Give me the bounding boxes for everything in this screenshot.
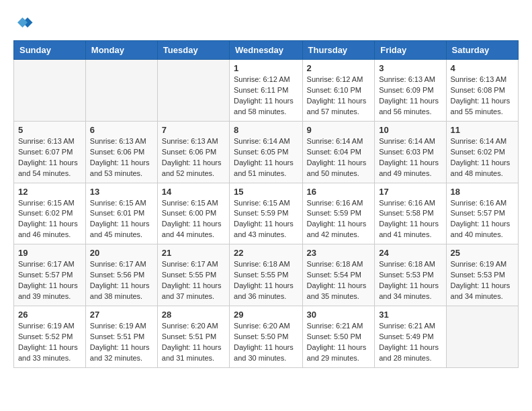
calendar-cell: 5Sunrise: 6:13 AMSunset: 6:07 PMDaylight… [14, 121, 86, 183]
day-info: Sunrise: 6:19 AMSunset: 5:53 PMDaylight:… [451, 259, 514, 302]
calendar-cell: 16Sunrise: 6:16 AMSunset: 5:59 PMDayligh… [302, 183, 375, 244]
day-number: 10 [379, 125, 441, 135]
calendar-cell: 8Sunrise: 6:14 AMSunset: 6:05 PMDaylight… [230, 121, 303, 183]
calendar-cell: 24Sunrise: 6:18 AMSunset: 5:53 PMDayligh… [375, 244, 446, 306]
calendar-week-row: 5Sunrise: 6:13 AMSunset: 6:07 PMDaylight… [14, 121, 519, 183]
day-info: Sunrise: 6:15 AMSunset: 6:01 PMDaylight:… [90, 198, 153, 241]
day-number: 20 [90, 248, 153, 258]
day-info: Sunrise: 6:18 AMSunset: 5:54 PMDaylight:… [307, 259, 371, 302]
weekday-header: Monday [85, 41, 157, 60]
day-info: Sunrise: 6:20 AMSunset: 5:50 PMDaylight:… [234, 321, 298, 364]
calendar-week-row: 12Sunrise: 6:15 AMSunset: 6:02 PMDayligh… [14, 183, 519, 244]
day-info: Sunrise: 6:16 AMSunset: 5:58 PMDaylight:… [379, 198, 441, 241]
day-number: 31 [379, 310, 441, 320]
calendar-cell [85, 60, 157, 122]
day-info: Sunrise: 6:14 AMSunset: 6:02 PMDaylight:… [451, 136, 514, 179]
day-number: 23 [307, 248, 371, 258]
calendar-table: SundayMondayTuesdayWednesdayThursdayFrid… [13, 40, 519, 368]
day-number: 27 [90, 310, 153, 320]
calendar-cell [157, 60, 229, 122]
calendar-cell: 15Sunrise: 6:15 AMSunset: 5:59 PMDayligh… [230, 183, 303, 244]
page-header [13, 13, 519, 34]
logo-icon [13, 13, 34, 34]
calendar-cell: 13Sunrise: 6:15 AMSunset: 6:01 PMDayligh… [85, 183, 157, 244]
calendar-cell: 23Sunrise: 6:18 AMSunset: 5:54 PMDayligh… [302, 244, 375, 306]
day-info: Sunrise: 6:18 AMSunset: 5:53 PMDaylight:… [379, 259, 441, 302]
weekday-header: Sunday [14, 41, 86, 60]
day-info: Sunrise: 6:13 AMSunset: 6:06 PMDaylight:… [162, 136, 225, 179]
day-number: 26 [18, 310, 81, 320]
day-number: 1 [234, 63, 298, 73]
calendar-cell: 6Sunrise: 6:13 AMSunset: 6:06 PMDaylight… [85, 121, 157, 183]
day-number: 15 [234, 187, 298, 197]
day-number: 6 [90, 125, 153, 135]
calendar-cell: 2Sunrise: 6:12 AMSunset: 6:10 PMDaylight… [302, 60, 375, 122]
calendar-cell: 31Sunrise: 6:21 AMSunset: 5:49 PMDayligh… [375, 306, 446, 368]
day-number: 18 [451, 187, 514, 197]
calendar-cell: 10Sunrise: 6:14 AMSunset: 6:03 PMDayligh… [375, 121, 446, 183]
calendar-cell: 18Sunrise: 6:16 AMSunset: 5:57 PMDayligh… [446, 183, 518, 244]
weekday-header: Friday [375, 41, 446, 60]
day-info: Sunrise: 6:13 AMSunset: 6:07 PMDaylight:… [18, 136, 81, 179]
calendar-header-row: SundayMondayTuesdayWednesdayThursdayFrid… [14, 41, 519, 60]
calendar-cell: 7Sunrise: 6:13 AMSunset: 6:06 PMDaylight… [157, 121, 229, 183]
day-number: 25 [451, 248, 514, 258]
calendar-cell [446, 306, 518, 368]
day-number: 4 [451, 63, 514, 73]
calendar-cell: 1Sunrise: 6:12 AMSunset: 6:11 PMDaylight… [230, 60, 303, 122]
calendar-week-row: 19Sunrise: 6:17 AMSunset: 5:57 PMDayligh… [14, 244, 519, 306]
day-info: Sunrise: 6:21 AMSunset: 5:49 PMDaylight:… [379, 321, 441, 364]
day-info: Sunrise: 6:16 AMSunset: 5:57 PMDaylight:… [451, 198, 514, 241]
day-number: 29 [234, 310, 298, 320]
day-number: 5 [18, 125, 81, 135]
day-info: Sunrise: 6:12 AMSunset: 6:11 PMDaylight:… [234, 75, 298, 118]
weekday-header: Tuesday [157, 41, 229, 60]
day-number: 28 [162, 310, 225, 320]
calendar-cell: 25Sunrise: 6:19 AMSunset: 5:53 PMDayligh… [446, 244, 518, 306]
calendar-cell [14, 60, 86, 122]
day-number: 3 [379, 63, 441, 73]
day-number: 2 [307, 63, 371, 73]
calendar-cell: 22Sunrise: 6:18 AMSunset: 5:55 PMDayligh… [230, 244, 303, 306]
day-info: Sunrise: 6:19 AMSunset: 5:52 PMDaylight:… [18, 321, 81, 364]
day-number: 16 [307, 187, 371, 197]
calendar-week-row: 1Sunrise: 6:12 AMSunset: 6:11 PMDaylight… [14, 60, 519, 122]
calendar-cell: 21Sunrise: 6:17 AMSunset: 5:55 PMDayligh… [157, 244, 229, 306]
day-number: 21 [162, 248, 225, 258]
calendar-cell: 3Sunrise: 6:13 AMSunset: 6:09 PMDaylight… [375, 60, 446, 122]
day-number: 24 [379, 248, 441, 258]
day-info: Sunrise: 6:14 AMSunset: 6:05 PMDaylight:… [234, 136, 298, 179]
day-number: 8 [234, 125, 298, 135]
day-info: Sunrise: 6:21 AMSunset: 5:50 PMDaylight:… [307, 321, 371, 364]
day-info: Sunrise: 6:20 AMSunset: 5:51 PMDaylight:… [162, 321, 225, 364]
calendar-cell: 20Sunrise: 6:17 AMSunset: 5:56 PMDayligh… [85, 244, 157, 306]
calendar-cell: 19Sunrise: 6:17 AMSunset: 5:57 PMDayligh… [14, 244, 86, 306]
day-info: Sunrise: 6:13 AMSunset: 6:09 PMDaylight:… [379, 75, 441, 118]
day-number: 11 [451, 125, 514, 135]
day-info: Sunrise: 6:12 AMSunset: 6:10 PMDaylight:… [307, 75, 371, 118]
day-number: 7 [162, 125, 225, 135]
day-number: 13 [90, 187, 153, 197]
calendar-cell: 30Sunrise: 6:21 AMSunset: 5:50 PMDayligh… [302, 306, 375, 368]
calendar-cell: 9Sunrise: 6:14 AMSunset: 6:04 PMDaylight… [302, 121, 375, 183]
day-number: 17 [379, 187, 441, 197]
day-info: Sunrise: 6:17 AMSunset: 5:57 PMDaylight:… [18, 259, 81, 302]
day-number: 12 [18, 187, 81, 197]
day-number: 19 [18, 248, 81, 258]
calendar-cell: 12Sunrise: 6:15 AMSunset: 6:02 PMDayligh… [14, 183, 86, 244]
day-number: 22 [234, 248, 298, 258]
day-info: Sunrise: 6:17 AMSunset: 5:56 PMDaylight:… [90, 259, 153, 302]
weekday-header: Saturday [446, 41, 518, 60]
day-info: Sunrise: 6:15 AMSunset: 6:02 PMDaylight:… [18, 198, 81, 241]
day-info: Sunrise: 6:14 AMSunset: 6:03 PMDaylight:… [379, 136, 441, 179]
calendar-cell: 27Sunrise: 6:19 AMSunset: 5:51 PMDayligh… [85, 306, 157, 368]
weekday-header: Wednesday [230, 41, 303, 60]
day-info: Sunrise: 6:15 AMSunset: 6:00 PMDaylight:… [162, 198, 225, 241]
calendar-cell: 29Sunrise: 6:20 AMSunset: 5:50 PMDayligh… [230, 306, 303, 368]
weekday-header: Thursday [302, 41, 375, 60]
day-info: Sunrise: 6:18 AMSunset: 5:55 PMDaylight:… [234, 259, 298, 302]
calendar-cell: 17Sunrise: 6:16 AMSunset: 5:58 PMDayligh… [375, 183, 446, 244]
day-info: Sunrise: 6:16 AMSunset: 5:59 PMDaylight:… [307, 198, 371, 241]
day-info: Sunrise: 6:13 AMSunset: 6:08 PMDaylight:… [451, 75, 514, 118]
day-number: 9 [307, 125, 371, 135]
